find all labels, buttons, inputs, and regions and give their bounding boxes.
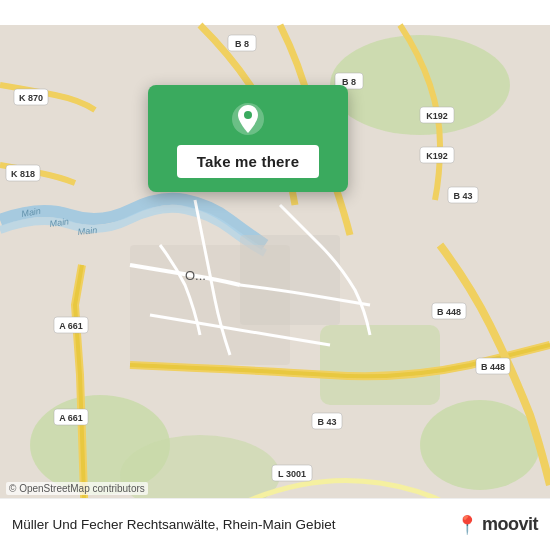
map-svg: B 8 B 8 K 870 K 818 K192 K192 B 43 A 661… — [0, 0, 550, 550]
svg-text:B 448: B 448 — [481, 362, 505, 372]
svg-text:B 43: B 43 — [453, 191, 472, 201]
map-container: B 8 B 8 K 870 K 818 K192 K192 B 43 A 661… — [0, 0, 550, 550]
take-me-there-button[interactable]: Take me there — [177, 145, 319, 178]
moovit-logo: 📍 moovit — [456, 514, 538, 536]
svg-point-39 — [244, 111, 252, 119]
svg-text:K 870: K 870 — [19, 93, 43, 103]
copyright-text: © OpenStreetMap contributors — [6, 482, 148, 495]
location-name: Müller Und Fecher Rechtsanwälte, Rhein-M… — [12, 517, 456, 532]
svg-text:A 661: A 661 — [59, 321, 83, 331]
location-pin-icon — [230, 101, 266, 137]
svg-text:Main: Main — [77, 225, 97, 237]
svg-text:B 43: B 43 — [317, 417, 336, 427]
location-card: Take me there — [148, 85, 348, 192]
svg-point-2 — [420, 400, 540, 490]
svg-text:K192: K192 — [426, 151, 448, 161]
moovit-text: moovit — [482, 514, 538, 535]
svg-text:B 448: B 448 — [437, 307, 461, 317]
svg-text:O...: O... — [185, 268, 206, 283]
svg-rect-4 — [320, 325, 440, 405]
bottom-bar: Müller Und Fecher Rechtsanwälte, Rhein-M… — [0, 498, 550, 550]
svg-text:B 8: B 8 — [235, 39, 249, 49]
svg-text:K 818: K 818 — [11, 169, 35, 179]
svg-text:A 661: A 661 — [59, 413, 83, 423]
moovit-pin-icon: 📍 — [456, 514, 478, 536]
svg-text:L 3001: L 3001 — [278, 469, 306, 479]
svg-text:K192: K192 — [426, 111, 448, 121]
